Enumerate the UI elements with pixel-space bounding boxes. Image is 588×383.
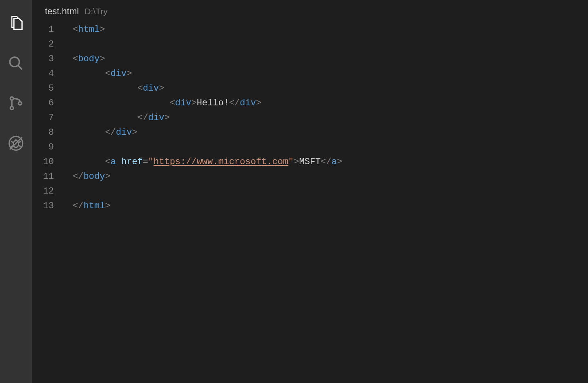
code-line[interactable] <box>73 37 588 52</box>
source-control-icon[interactable] <box>0 87 32 119</box>
line-number: 6 <box>32 96 54 111</box>
line-number: 5 <box>32 81 54 96</box>
code-line[interactable]: </html> <box>73 199 588 214</box>
code-content[interactable]: <html><body> <div> <div> <div>Hello!</di… <box>69 22 588 383</box>
code-line[interactable]: <html> <box>73 22 588 37</box>
debug-icon[interactable] <box>0 127 32 159</box>
svg-point-3 <box>10 107 13 110</box>
svg-point-4 <box>18 102 22 105</box>
line-number: 4 <box>32 67 54 81</box>
url-link[interactable]: https://www.microsoft.com <box>154 157 288 167</box>
code-line[interactable]: <div> <box>73 67 588 81</box>
line-number: 13 <box>32 199 54 214</box>
svg-point-2 <box>10 97 13 100</box>
svg-line-8 <box>11 141 13 143</box>
svg-point-0 <box>10 57 19 67</box>
line-number: 10 <box>32 155 54 169</box>
search-icon[interactable] <box>0 47 32 79</box>
line-number: 7 <box>32 111 54 125</box>
explorer-icon[interactable] <box>0 7 32 39</box>
code-line[interactable] <box>73 140 588 155</box>
open-file-tab[interactable]: test.html D:\Try <box>32 0 588 22</box>
code-line[interactable]: </body> <box>73 169 588 184</box>
line-number: 9 <box>32 140 54 155</box>
tab-path: D:\Try <box>85 7 107 16</box>
code-line[interactable] <box>73 184 588 199</box>
line-number: 8 <box>32 125 54 140</box>
activity-bar <box>0 0 32 383</box>
svg-line-9 <box>19 141 21 143</box>
code-line[interactable]: </div> <box>73 111 588 125</box>
svg-line-1 <box>18 65 22 69</box>
line-number: 12 <box>32 184 54 199</box>
code-line[interactable]: <body> <box>73 52 588 67</box>
line-number: 1 <box>32 22 54 37</box>
code-line[interactable]: <a href="https://www.microsoft.com">MSFT… <box>73 155 588 169</box>
code-line[interactable]: <div> <box>73 81 588 96</box>
code-editor[interactable]: 12345678910111213 <html><body> <div> <di… <box>32 22 588 383</box>
line-number: 2 <box>32 37 54 52</box>
code-line[interactable]: </div> <box>73 125 588 140</box>
code-line[interactable]: <div>Hello!</div> <box>73 96 588 111</box>
editor: test.html D:\Try 12345678910111213 <html… <box>32 0 588 383</box>
line-number: 3 <box>32 52 54 67</box>
tab-filename: test.html <box>45 6 79 17</box>
line-number: 11 <box>32 169 54 184</box>
svg-line-11 <box>19 145 21 147</box>
line-gutter: 12345678910111213 <box>32 22 69 383</box>
